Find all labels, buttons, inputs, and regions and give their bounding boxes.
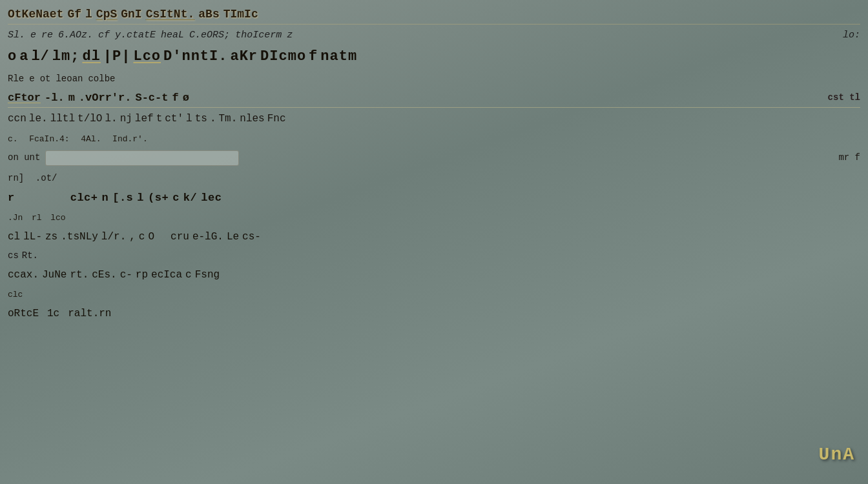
r5-t2: -l. [45, 90, 65, 106]
r11-t8: O [148, 230, 154, 244]
r2-t7: heaL [161, 28, 184, 42]
r11-t7: c [139, 230, 145, 244]
r13-t5: c- [120, 268, 132, 282]
r3-t4: lm; [52, 47, 80, 67]
r6-t3: lltl [50, 112, 75, 126]
r6-t9: ct' [165, 112, 183, 126]
r7-t4: Ind.r'. [112, 134, 148, 144]
row-8-input: on unt mr f [8, 148, 860, 168]
r4-t3: ot [40, 73, 51, 86]
r13-t6: rp [136, 268, 148, 282]
r3-t10: DIcmo [260, 47, 306, 67]
r11-t11: Le [227, 230, 239, 244]
r3-t11: f [309, 47, 318, 67]
header-row: OtKeNaet Gf l CpS GnI CsItNt. aBs TImIc [8, 5, 860, 25]
r2-t4: 6.AOz. [58, 28, 93, 42]
r8b-t1: rn] [8, 173, 24, 183]
header-text-3: l [85, 6, 92, 23]
r13-t9: Fsng [195, 268, 220, 282]
r11-t2: lL- [23, 230, 42, 244]
row-13: ccax. JuNe rt. cEs. c- rp ecIca c Fsng [8, 266, 860, 284]
r6-t8: t [156, 112, 163, 126]
row-11: cl lL- zs .tsNLy l/r. , c O cru e-lG. Le… [8, 228, 860, 246]
row-6: ccn le. lltl t/lO l. nj lef t ct' l ts .… [8, 110, 860, 128]
r6-t5: l. [105, 112, 117, 126]
r10-t2: rl [32, 213, 42, 223]
r9-t7: c [172, 190, 180, 206]
header-text-6: CsItNt. [146, 6, 195, 23]
r3-t3: l/ [31, 47, 49, 67]
r10-t3: lco [50, 213, 65, 223]
r14-t1: clc [8, 290, 23, 299]
r7-t1: c. [8, 134, 18, 144]
r2-t10: z [287, 28, 293, 42]
r11-t4: .tsNLy [61, 230, 98, 244]
r11-t5: l/r. [101, 230, 126, 244]
r6-t14: nles [240, 112, 264, 126]
input-field[interactable] [45, 150, 239, 166]
row-12: cs Rt. [8, 248, 860, 265]
r11-t12: cs- [242, 230, 261, 244]
row-9: r clc+ n [.s l (s+ c k/ lec [8, 188, 860, 208]
r5-t5: S-c-t [135, 90, 168, 106]
r15-t2: 1c [47, 307, 59, 321]
row-7: c. FcaIn.4: 4Al. Ind.r'. [8, 130, 860, 147]
r2-t11: lo: [843, 28, 860, 42]
r11-t6: , [129, 230, 136, 244]
r15-t3: ralt.rn [68, 307, 111, 321]
r13-t3: rt. [70, 268, 88, 282]
r13-t4: cEs. [92, 268, 116, 282]
r9-t9: lec [201, 190, 222, 206]
r6-t13: Tm. [219, 112, 238, 126]
row-2: Sl. e re 6.AOz. cf y.ctatE heaL C.eORS; … [8, 27, 860, 43]
r2-t2: e [30, 28, 36, 42]
r4-t2: e [29, 73, 34, 86]
r5-t6: f [172, 90, 178, 106]
r3-t7: Lco [133, 47, 161, 67]
r3-t1: o [8, 47, 17, 67]
r10-t1: .Jn [8, 213, 23, 223]
r8-right: mr f [838, 152, 860, 165]
r4-t1: Rle [8, 73, 24, 86]
r7-t2: FcaIn.4: [29, 134, 69, 144]
r6-t10: l [186, 112, 192, 126]
r13-t1: ccax. [8, 268, 39, 282]
header-text-8: TImIc [223, 6, 258, 23]
header-text-1: OtKeNaet [8, 6, 63, 23]
r3-t8: D'nntI. [163, 47, 227, 67]
r6-t12: . [210, 112, 216, 126]
r6-t4: t/lO [78, 112, 102, 126]
r11-t1: cl [8, 230, 20, 244]
r5-right: cst tl [828, 92, 860, 105]
r3-t2: a [19, 47, 28, 67]
r12-t1: cs [8, 250, 19, 263]
r9-t6: (s+ [148, 190, 169, 206]
r9-t4: [.s [112, 190, 133, 206]
r9-t8: k/ [183, 190, 197, 206]
r7-t3: 4Al. [81, 134, 101, 144]
r11-t3: zs [45, 230, 57, 244]
r8b-t2: .ot/ [36, 173, 57, 183]
row-5: cFtor -l. m .vOrr'r. S-c-t f ø cst tl [8, 88, 860, 108]
r8-label-on: on unt [8, 152, 40, 165]
r2-t5: cf [98, 28, 110, 42]
r5-t1: cFtor [8, 90, 41, 106]
r3-t9: aKr [230, 47, 258, 67]
r6-t7: lef [135, 112, 154, 126]
r11-t9: cru [170, 230, 189, 244]
r6-t15: Fnc [267, 112, 286, 126]
r11-t10: e-lG. [192, 230, 223, 244]
r9-t2: clc+ [70, 190, 98, 206]
r3-t5: dl [82, 47, 100, 67]
r6-t6: nj [120, 112, 132, 126]
r9-t3: n [102, 190, 109, 206]
row-10: .Jn rl lco [8, 209, 860, 226]
r2-t6: y.ctatE [115, 28, 156, 42]
row-14: clc [8, 286, 860, 303]
r3-t6: |P| [103, 47, 131, 67]
header-text-7: aBs [198, 6, 219, 23]
r5-t7: ø [183, 90, 189, 106]
r3-t12: natm [320, 47, 357, 67]
r13-t2: JuNe [42, 268, 67, 282]
r12-t2: Rt. [22, 250, 38, 263]
